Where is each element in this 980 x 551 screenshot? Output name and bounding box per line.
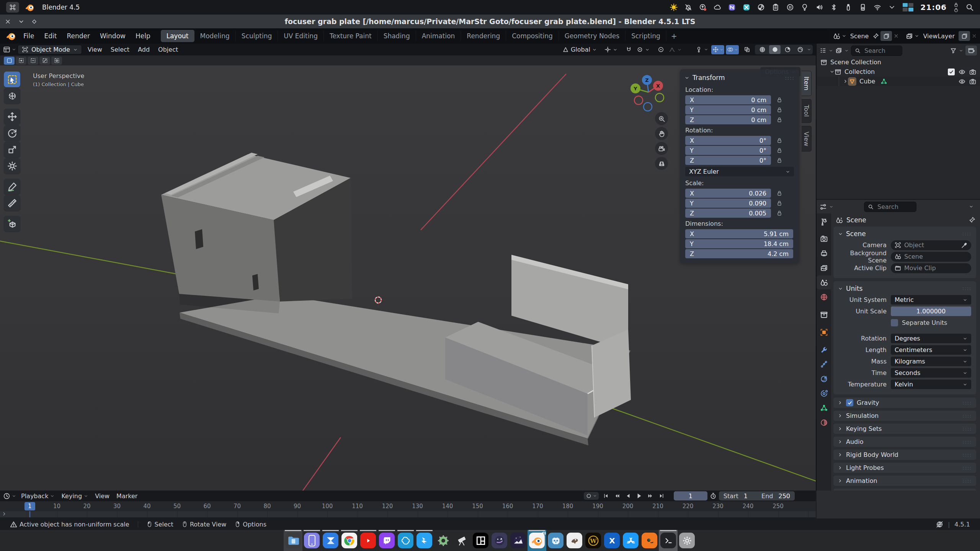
panel-audio[interactable]: Audio:::: — [833, 437, 976, 447]
frame-range-fields[interactable]: Start 1 End 250 — [719, 491, 795, 500]
taskbar-youtube[interactable] — [359, 530, 377, 551]
lock-icon[interactable] — [776, 137, 782, 143]
separate-units-checkbox[interactable] — [891, 319, 898, 326]
lock-icon[interactable] — [776, 147, 782, 153]
temperature-dropdown[interactable]: Kelvin — [891, 380, 971, 389]
select-mode-new[interactable] — [4, 57, 15, 65]
shading-rendered-button[interactable] — [794, 45, 806, 54]
panel-grip-icon[interactable]: :::: — [963, 452, 972, 458]
display-mode-icon[interactable] — [820, 47, 826, 54]
outliner-row-scene-collection[interactable]: Scene Collection — [817, 57, 980, 67]
password-manager-icon[interactable] — [728, 3, 736, 11]
remove-viewlayer-icon[interactable] — [972, 33, 977, 39]
tool-rotate[interactable] — [4, 125, 20, 141]
side-tab-tool[interactable]: Tool — [802, 99, 812, 122]
properties-tab-constraints[interactable] — [817, 386, 831, 400]
new-viewlayer-button[interactable] — [959, 31, 970, 41]
tool-move[interactable] — [4, 109, 20, 124]
properties-tab-output[interactable] — [817, 246, 831, 260]
viewlayer-selector[interactable]: ViewLayer — [921, 31, 957, 41]
properties-editor-chevron-icon[interactable] — [829, 205, 833, 209]
shade-chevron-icon[interactable] — [18, 18, 24, 25]
properties-tab-modifiers[interactable] — [817, 343, 831, 357]
tool-cursor[interactable] — [4, 88, 20, 104]
clipboard-icon[interactable] — [772, 3, 779, 11]
lock-icon[interactable] — [776, 200, 782, 206]
chevron-down-icon[interactable] — [888, 3, 896, 11]
editor-type-chevron-icon[interactable] — [12, 47, 16, 52]
properties-search-input[interactable] — [877, 203, 913, 211]
tab-modeling[interactable]: Modeling — [194, 30, 236, 42]
menu-help[interactable]: Help — [131, 30, 155, 42]
taskbar-phone-mirror[interactable] — [302, 530, 321, 551]
outliner-search[interactable] — [851, 46, 902, 56]
taskbar-panels[interactable] — [471, 530, 490, 551]
taskbar-warcraft[interactable]: W — [584, 530, 603, 551]
tab-geometry-nodes[interactable]: Geometry Nodes — [559, 30, 626, 42]
next-keyframe-button[interactable] — [645, 492, 656, 500]
scale-y-field[interactable]: Y0.090 — [685, 199, 771, 208]
tab-shading[interactable]: Shading — [378, 30, 416, 42]
taskbar-blockbench[interactable] — [640, 530, 659, 551]
taskbar-twitch[interactable] — [377, 530, 396, 551]
panel-grip-icon[interactable]: :::: — [963, 478, 972, 484]
properties-tab-collection[interactable] — [817, 308, 831, 321]
tool-annotate[interactable] — [4, 179, 20, 194]
mass-dropdown[interactable]: Kilograms — [891, 357, 971, 366]
properties-tab-render[interactable] — [817, 232, 831, 246]
taskbar-system-monitor[interactable] — [434, 530, 452, 551]
zoom-button[interactable] — [655, 112, 668, 125]
tool-select-box[interactable] — [4, 72, 20, 87]
brightness-sun-icon[interactable] — [670, 3, 678, 11]
scene-browse-chevron-icon[interactable] — [842, 34, 846, 38]
collection-checkbox[interactable] — [948, 68, 955, 75]
hide-eye-icon[interactable] — [959, 68, 965, 75]
tab-rendering[interactable]: Rendering — [461, 30, 506, 42]
tab-layout[interactable]: Layout — [161, 30, 194, 42]
tab-uv-editing[interactable]: UV Editing — [278, 30, 324, 42]
night-light-icon[interactable] — [801, 3, 808, 11]
timeline-menu-keying[interactable]: Keying — [58, 492, 91, 500]
properties-tab-particles[interactable] — [817, 357, 831, 371]
properties-tab-view-layer[interactable] — [817, 261, 831, 275]
menu-window[interactable]: Window — [95, 30, 131, 42]
side-tab-view[interactable]: View — [802, 126, 812, 152]
timeline-menu-marker[interactable]: Marker — [113, 492, 141, 500]
properties-search[interactable] — [864, 202, 916, 212]
software-update-icon[interactable] — [699, 3, 707, 11]
rotation-dropdown[interactable]: Degrees — [891, 334, 971, 343]
panel-grip-icon[interactable]: :::: — [963, 465, 972, 471]
new-scene-button[interactable] — [880, 31, 892, 41]
tool-transform[interactable] — [4, 158, 20, 174]
mode-dropdown[interactable]: Object Mode — [18, 45, 82, 54]
menu-render[interactable]: Render — [62, 30, 95, 42]
timeline-tracks[interactable] — [0, 511, 816, 517]
panel-grip-icon[interactable]: :::: — [963, 426, 972, 432]
panel-gravity[interactable]: Gravity:::: — [833, 398, 976, 408]
taskbar-space[interactable] — [490, 530, 509, 551]
panel-grip-icon[interactable]: :::: — [963, 413, 972, 419]
proportional-edit-toggle[interactable] — [654, 45, 667, 54]
jump-last-button[interactable] — [657, 492, 667, 500]
display-mode-chevron-icon[interactable] — [829, 49, 833, 53]
properties-options-chevron-icon[interactable] — [965, 202, 977, 212]
panel-grip-icon[interactable]: :::: — [785, 75, 795, 81]
current-frame-badge[interactable]: 1 — [24, 502, 35, 510]
tool-measure[interactable] — [4, 195, 20, 211]
taskbar-astro[interactable] — [509, 530, 528, 551]
tab-sculpting[interactable]: Sculpting — [236, 30, 278, 42]
timeline-editor-chevron-icon[interactable] — [12, 494, 16, 498]
overlays-toggle[interactable] — [726, 45, 739, 54]
taskbar-blender[interactable] — [528, 530, 546, 551]
scale-x-field[interactable]: X0.026 — [685, 189, 771, 198]
playhead[interactable] — [29, 511, 30, 517]
shading-solid-button[interactable] — [769, 45, 781, 54]
filter-funnel-icon[interactable] — [950, 47, 957, 54]
shading-material-button[interactable] — [782, 45, 793, 54]
falloff-dropdown[interactable] — [669, 46, 685, 54]
taskbar-telescope[interactable] — [452, 530, 471, 551]
scene-panel-header[interactable]: Scene :::: — [833, 229, 976, 240]
notifications-off-icon[interactable] — [684, 3, 692, 11]
filter-type-chevron-icon[interactable] — [844, 49, 849, 53]
viewport-canvas[interactable]: User Perspective (1) Collection | Cube O… — [0, 65, 816, 491]
